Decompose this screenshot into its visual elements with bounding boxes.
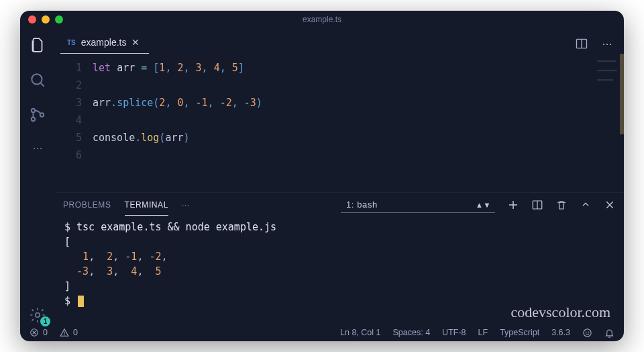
panel-tab-problems[interactable]: PROBLEMS [63,195,111,215]
status-errors-count: 0 [43,328,48,337]
svg-point-2 [32,109,35,112]
editor-window: example.ts ··· 1 TS example. [20,11,624,341]
bottom-panel: PROBLEMS TERMINAL ··· 1: bash ▲▼ [55,192,624,324]
status-language[interactable]: TypeScript [500,328,539,337]
maximize-panel-icon[interactable] [580,199,592,211]
tab-example-ts[interactable]: TS example.ts ✕ [60,32,149,54]
svg-line-1 [40,83,44,86]
status-bar: 0 0 Ln 8, Col 1 Spaces: 4 UTF-8 LF TypeS… [20,324,624,341]
settings-gear-icon[interactable]: 1 [29,306,46,324]
split-editor-icon[interactable] [574,36,589,51]
panel-tab-terminal[interactable]: TERMINAL [125,195,168,216]
line-gutter: 123456 [55,59,93,192]
status-warnings[interactable]: 0 [60,328,78,337]
status-encoding[interactable]: UTF-8 [442,328,466,337]
minimap-slider[interactable] [620,54,624,134]
svg-point-19 [584,328,591,336]
settings-badge: 1 [40,316,50,326]
close-panel-icon[interactable] [604,199,616,211]
titlebar: example.ts [20,11,624,28]
more-actions-icon[interactable]: ··· [600,36,614,51]
status-errors[interactable]: 0 [30,328,48,337]
panel-more-icon[interactable]: ··· [182,200,190,210]
svg-point-18 [64,335,65,335]
svg-point-5 [36,313,40,318]
split-terminal-icon[interactable] [531,199,543,211]
status-warnings-count: 0 [73,328,78,337]
code-content[interactable]: let arr = [1, 2, 3, 4, 5] arr.splice(2, … [93,59,624,192]
new-terminal-icon[interactable] [507,199,519,211]
source-control-icon[interactable] [29,106,46,124]
svg-point-20 [586,331,586,332]
close-tab-icon[interactable]: ✕ [131,37,140,48]
close-window-button[interactable] [28,15,36,24]
status-spaces[interactable]: Spaces: 4 [393,328,431,337]
minimize-window-button[interactable] [42,15,50,24]
feedback-smiley-icon[interactable] [582,328,592,338]
window-controls [28,15,63,24]
zoom-window-button[interactable] [55,15,63,24]
status-line-col[interactable]: Ln 8, Col 1 [340,328,380,337]
more-icon[interactable]: ··· [32,141,42,155]
svg-point-4 [40,113,44,116]
tab-filename: example.ts [81,37,127,48]
trash-icon[interactable] [555,199,568,211]
editor-tabs: TS example.ts ✕ [55,28,624,54]
svg-point-0 [32,74,42,84]
status-eol[interactable]: LF [478,328,488,337]
search-icon[interactable] [29,71,46,89]
terminal-selector-label: 1: bash [346,200,378,210]
typescript-file-icon: TS [67,39,76,46]
select-chevrons-icon: ▲▼ [476,201,491,209]
window-title: example.ts [20,15,624,24]
explorer-icon[interactable] [29,36,46,54]
minimap[interactable] [593,58,621,105]
svg-point-21 [588,331,589,332]
activity-bar: ··· 1 [20,28,55,324]
terminal-output[interactable]: $ tsc example.ts && node example.js [ 1,… [55,217,624,324]
svg-point-3 [32,118,35,121]
terminal-selector[interactable]: 1: bash ▲▼ [341,197,495,213]
notifications-bell-icon[interactable] [604,328,614,338]
code-editor[interactable]: 123456 let arr = [1, 2, 3, 4, 5] arr.spl… [55,54,624,192]
editor-top-actions: ··· [574,36,614,51]
status-ts-version[interactable]: 3.6.3 [551,328,570,337]
